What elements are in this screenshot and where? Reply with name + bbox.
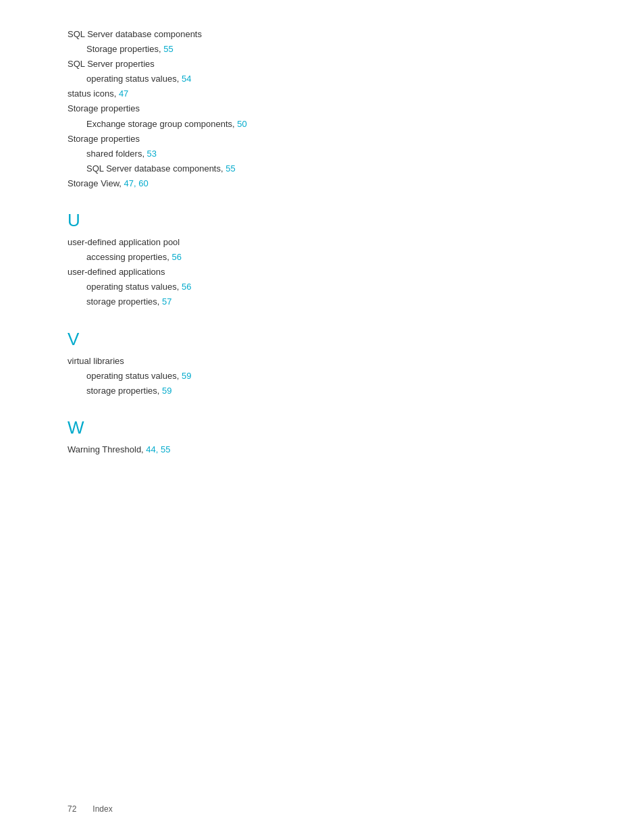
w-section: W Warning Threshold, 44, 55 <box>68 417 576 457</box>
section-letter-w: W <box>68 417 576 438</box>
entry-warning-threshold: Warning Threshold, 44, 55 <box>68 442 576 457</box>
v-section: V virtual libraries operating status val… <box>68 329 576 398</box>
entry-storage-view: Storage View, 47, 60 <box>68 176 576 191</box>
entry-virtual-libraries: virtual libraries operating status value… <box>68 354 576 398</box>
entry-status-icons: status icons, 47 <box>68 86 576 101</box>
s-section-entries: SQL Server database components Storage p… <box>68 27 576 191</box>
section-letter-u: U <box>68 210 576 231</box>
footer-label: Index <box>92 804 112 814</box>
entry-storage-properties-exchange: Storage properties Exchange storage grou… <box>68 101 576 131</box>
entry-user-defined-app-pool: user-defined application pool accessing … <box>68 235 576 265</box>
u-section: U user-defined application pool accessin… <box>68 210 576 309</box>
entry-sql-server-db-components: SQL Server database components Storage p… <box>68 27 576 57</box>
footer-page-number: 72 <box>68 804 76 814</box>
section-letter-v: V <box>68 329 576 350</box>
entry-sql-server-properties: SQL Server properties operating status v… <box>68 57 576 86</box>
page-footer: 72 Index <box>68 804 113 814</box>
entry-storage-properties-shared: Storage properties shared folders, 53 SQ… <box>68 132 576 176</box>
page-content: SQL Server database components Storage p… <box>0 0 644 498</box>
entry-user-defined-applications: user-defined applications operating stat… <box>68 265 576 309</box>
